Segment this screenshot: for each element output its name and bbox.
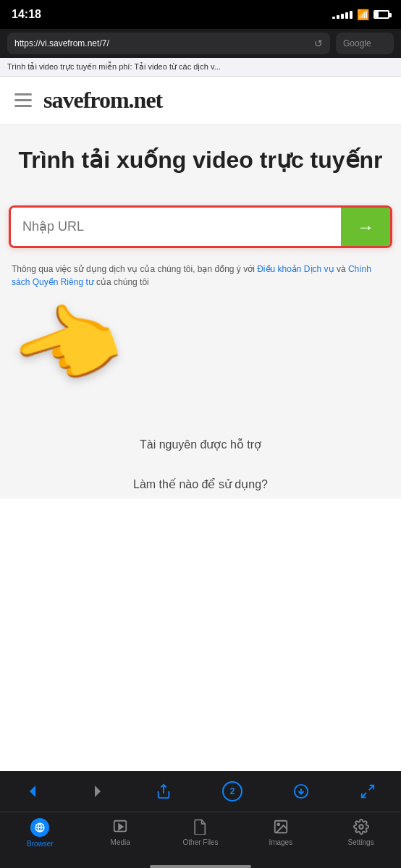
svg-point-13 (359, 825, 363, 829)
terms-text: Thông qua việc sử dụng dịch vụ của chúng… (0, 255, 401, 296)
status-time: 14:18 (12, 8, 41, 21)
site-logo: savefrom.net (43, 87, 162, 114)
browser-tab-label: Browser (27, 840, 54, 848)
settings-tab-label: Settings (348, 838, 374, 846)
arrow-right-icon: → (357, 217, 374, 237)
tab-images[interactable]: Images (240, 818, 321, 848)
url-input[interactable] (11, 208, 341, 246)
bottom-navigation: 2 (0, 771, 401, 868)
status-icons: 📶 (332, 9, 389, 20)
media-icon (111, 818, 129, 835)
hamburger-menu[interactable] (14, 93, 32, 107)
home-indicator (150, 865, 251, 868)
supported-resources-section: Tài nguyên được hỗ trợ (0, 426, 401, 470)
svg-marker-10 (119, 824, 123, 829)
site-header: savefrom.net (0, 77, 401, 124)
status-bar: 14:18 📶 (0, 0, 401, 29)
tabs-button[interactable]: 2 (216, 778, 248, 804)
tab-media[interactable]: Media (80, 818, 161, 848)
hand-pointing-icon: 👉 (0, 296, 137, 413)
url-submit-button[interactable]: → (341, 208, 390, 246)
svg-point-12 (277, 823, 279, 825)
browser-bar: https://vi.savefrom.net/7/ ↺ Google (0, 29, 401, 58)
tabs-count: 2 (222, 781, 242, 801)
expand-button[interactable] (354, 780, 381, 802)
tab-title: Trình tải video trực tuyến miễn phí: Tải… (0, 58, 401, 77)
webpage: savefrom.net Trình tải xuống video trực … (0, 77, 401, 498)
hand-illustration-container: 👉 (0, 296, 401, 426)
svg-line-6 (362, 793, 366, 797)
hero-title: Trình tải xuống video trực tuyếnr (14, 146, 387, 174)
address-text: https://vi.savefrom.net/7/ (14, 38, 310, 48)
address-bar[interactable]: https://vi.savefrom.net/7/ ↺ (7, 33, 330, 54)
images-icon (272, 818, 290, 835)
signal-icon (332, 11, 353, 19)
browser-controls: 2 (0, 771, 401, 812)
tab-other-files[interactable]: Other Files (161, 818, 241, 848)
tab-settings[interactable]: Settings (321, 818, 401, 848)
media-tab-label: Media (111, 838, 130, 846)
other-files-tab-label: Other Files (183, 838, 219, 846)
wifi-icon: 📶 (357, 9, 369, 20)
hero-section: Trình tải xuống video trực tuyếnr (0, 124, 401, 205)
svg-marker-0 (30, 786, 35, 797)
settings-icon (353, 818, 370, 835)
back-button[interactable] (20, 781, 46, 801)
svg-line-5 (369, 786, 373, 790)
url-input-container: → (9, 205, 392, 248)
tab-bar: Browser Media Other Files (0, 812, 401, 865)
other-files-icon (192, 818, 209, 835)
search-placeholder: Google (343, 38, 371, 48)
tab-browser[interactable]: Browser (0, 818, 80, 848)
terms-link[interactable]: Điều khoản Dịch vụ (257, 264, 334, 274)
download-button[interactable] (287, 780, 315, 802)
share-button[interactable] (150, 780, 177, 802)
search-bar[interactable]: Google (336, 33, 394, 54)
browser-icon (30, 818, 49, 837)
supported-resources-title: Tài nguyên được hỗ trợ (14, 438, 387, 451)
reload-button[interactable]: ↺ (314, 38, 323, 49)
forward-button[interactable] (85, 781, 111, 801)
images-tab-label: Images (269, 838, 292, 846)
battery-icon (373, 10, 389, 19)
how-to-use-title: Làm thế nào để sử dụng? (0, 470, 401, 498)
svg-marker-1 (95, 786, 101, 797)
url-section: → (0, 205, 401, 255)
